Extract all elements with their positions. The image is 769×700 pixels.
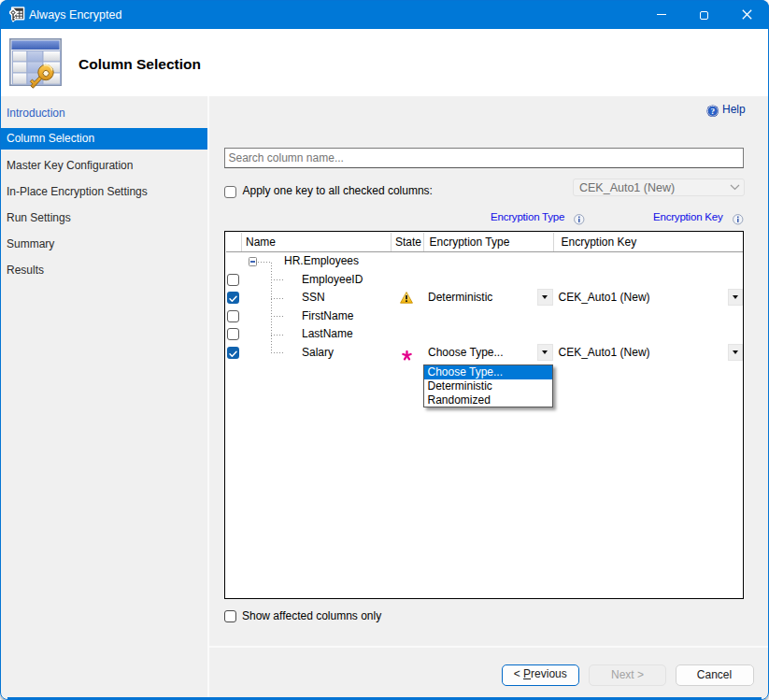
svg-text:?: ? — [710, 107, 715, 116]
